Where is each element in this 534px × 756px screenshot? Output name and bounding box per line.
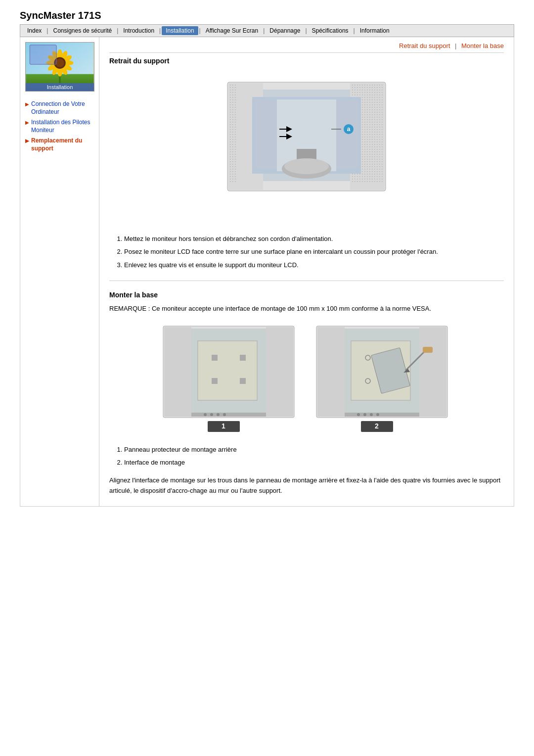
svg-rect-323: [382, 117, 383, 118]
svg-rect-449: [372, 142, 373, 142]
svg-rect-501: [372, 151, 373, 152]
svg-rect-94: [232, 144, 233, 145]
svg-rect-439: [379, 139, 380, 140]
svg-rect-448: [369, 142, 370, 142]
svg-rect-592: [372, 169, 373, 170]
svg-rect-651: [357, 181, 358, 182]
svg-rect-385: [374, 129, 375, 130]
instruction-item-3: Enlevez les quatre vis et ensuite le sup…: [124, 259, 504, 271]
svg-rect-588: [362, 169, 363, 170]
svg-rect-176: [372, 90, 373, 91]
final-text: Alignez l'interface de montage sur les t…: [109, 475, 504, 496]
svg-rect-252: [367, 104, 368, 105]
svg-rect-243: [377, 102, 378, 103]
svg-rect-380: [362, 129, 363, 130]
top-link-retrait[interactable]: Retrait du support: [399, 42, 450, 49]
svg-rect-161: [367, 87, 368, 88]
svg-rect-568: [377, 164, 378, 165]
monitor-svg: a: [203, 72, 410, 226]
svg-rect-653: [362, 181, 363, 182]
svg-rect-635: [382, 176, 383, 177]
svg-rect-684: [191, 413, 266, 417]
svg-rect-145: [359, 85, 360, 86]
svg-rect-53: [235, 109, 236, 110]
svg-rect-617: [369, 174, 370, 175]
instructions-list-1: Mettez le moniteur hors tension et débra…: [124, 233, 504, 271]
svg-rect-411: [374, 134, 375, 135]
svg-rect-206: [382, 94, 383, 95]
svg-rect-647: [379, 179, 380, 180]
svg-rect-137: [235, 179, 236, 180]
nav-depannage[interactable]: Dépannage: [266, 26, 304, 35]
sidebar-link-installation[interactable]: ▶ Installation des Pilotes Moniteur: [25, 119, 94, 134]
svg-point-708: [376, 413, 379, 416]
svg-rect-438: [377, 139, 378, 140]
sidebar-link-connection[interactable]: ▶ Connection de Votre Ordinateur: [25, 100, 94, 116]
svg-rect-645: [374, 179, 375, 180]
svg-rect-151: [374, 85, 375, 86]
svg-rect-201: [369, 94, 370, 95]
svg-rect-108: [230, 156, 231, 157]
svg-rect-565: [369, 164, 370, 165]
svg-rect-393: [362, 132, 363, 133]
svg-rect-505: [382, 151, 383, 152]
svg-rect-544: [382, 159, 383, 160]
svg-rect-445: [362, 142, 363, 142]
nav-specifications[interactable]: Spécifications: [308, 26, 353, 35]
svg-rect-485: [364, 149, 365, 150]
svg-rect-109: [232, 156, 233, 157]
svg-rect-479: [382, 146, 383, 147]
svg-rect-194: [352, 94, 353, 95]
svg-rect-132: [230, 176, 231, 177]
svg-rect-516: [377, 154, 378, 155]
svg-rect-52: [232, 109, 233, 110]
svg-rect-581: [377, 166, 378, 167]
svg-rect-144: [357, 85, 358, 86]
svg-rect-359: [374, 124, 375, 125]
svg-rect-226: [367, 99, 368, 100]
svg-rect-659: [377, 181, 378, 182]
svg-rect-603: [367, 171, 368, 172]
svg-rect-657: [372, 181, 373, 182]
svg-rect-121: [232, 166, 233, 167]
svg-rect-387: [379, 129, 380, 130]
svg-rect-677: [266, 327, 293, 417]
svg-rect-187: [367, 92, 368, 93]
svg-rect-318: [369, 117, 370, 118]
nav-information[interactable]: Information: [356, 26, 394, 35]
svg-rect-74: [235, 127, 236, 128]
top-link-monter[interactable]: Monter la base: [461, 42, 504, 49]
svg-rect-58: [232, 114, 233, 115]
svg-rect-50: [235, 107, 236, 108]
nav-introduction[interactable]: Introduction: [119, 26, 158, 35]
svg-rect-649: [352, 181, 353, 182]
nav-affichage[interactable]: Affichage Sur Ecran: [202, 26, 263, 35]
svg-rect-550: [364, 161, 365, 162]
svg-rect-48: [230, 107, 231, 108]
svg-rect-319: [372, 117, 373, 118]
svg-rect-284: [382, 109, 383, 110]
svg-rect-205: [379, 94, 380, 95]
svg-rect-644: [372, 179, 373, 180]
svg-rect-450: [374, 142, 375, 142]
svg-rect-62: [235, 117, 236, 118]
svg-rect-155: [352, 87, 353, 88]
nav-consignes[interactable]: Consignes de sécurité: [49, 26, 116, 35]
svg-rect-474: [369, 146, 370, 147]
svg-rect-159: [362, 87, 363, 88]
svg-rect-526: [369, 156, 370, 157]
svg-rect-596: [382, 169, 383, 170]
svg-rect-30: [230, 92, 231, 93]
svg-rect-31: [232, 92, 233, 93]
svg-rect-180: [382, 90, 383, 91]
nav-installation[interactable]: Installation: [162, 26, 198, 35]
svg-rect-634: [379, 176, 380, 177]
svg-rect-601: [362, 171, 363, 172]
svg-rect-618: [372, 174, 373, 175]
svg-rect-231: [379, 99, 380, 100]
nav-index[interactable]: Index: [23, 26, 45, 35]
svg-rect-564: [367, 164, 368, 165]
svg-rect-562: [362, 164, 363, 165]
sidebar-link-remplacement[interactable]: ▶ Remplacement du support: [25, 137, 94, 152]
arrow-icon-3: ▶: [25, 138, 29, 144]
